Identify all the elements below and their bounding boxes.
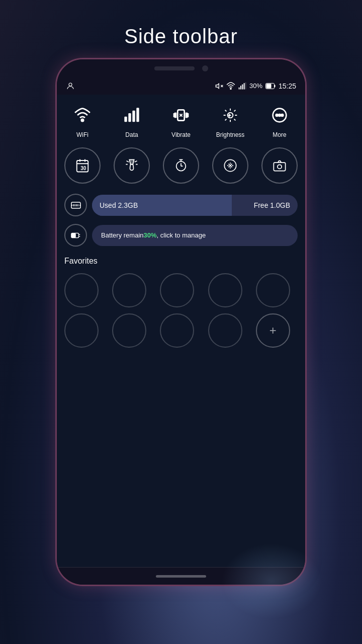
- battery-text-after: , click to manage: [157, 231, 206, 239]
- svg-point-39: [281, 114, 283, 116]
- more-toggle-icon: [266, 102, 293, 128]
- fav-item-3[interactable]: [160, 273, 194, 307]
- svg-line-32: [234, 119, 236, 121]
- quick-toggles: WiFi Data: [64, 102, 298, 138]
- page-title: Side toolbar: [124, 25, 237, 48]
- svg-point-60: [278, 165, 282, 169]
- svg-line-46: [135, 161, 137, 162]
- svg-line-31: [225, 110, 227, 112]
- wifi-label: WiFi: [76, 131, 88, 138]
- icon-row: 30: [64, 147, 298, 184]
- svg-rect-59: [274, 163, 285, 171]
- user-icon: [66, 82, 75, 91]
- battery-message: Battery remain 30%, click to manage: [92, 225, 298, 246]
- more-toggle[interactable]: More: [261, 102, 298, 138]
- vibrate-toggle[interactable]: Vibrate: [163, 102, 199, 138]
- flashlight-button[interactable]: [114, 147, 150, 184]
- memory-icon: [64, 194, 87, 216]
- battery-row[interactable]: Battery remain 30%, click to manage: [64, 224, 298, 247]
- memory-row[interactable]: Used 2.3GB Free 1.0GB: [64, 194, 298, 216]
- brightness-toggle-icon: ✦: [217, 102, 243, 128]
- svg-rect-16: [136, 108, 139, 122]
- svg-rect-10: [274, 85, 275, 87]
- camera-button[interactable]: [261, 147, 298, 184]
- home-indicator: [156, 575, 206, 578]
- svg-rect-8: [245, 82, 246, 89]
- svg-rect-6: [242, 84, 243, 89]
- signal-icon: [238, 82, 246, 90]
- svg-point-0: [69, 83, 72, 86]
- status-left: [66, 82, 75, 91]
- fav-item-2[interactable]: [112, 273, 146, 307]
- status-bar: 30% 15:25: [57, 77, 305, 95]
- battery-percent-display: 30%: [144, 231, 157, 239]
- wifi-toggle-icon: [69, 102, 96, 128]
- memory-used: Used 2.3GB: [92, 195, 232, 216]
- data-label: Data: [125, 131, 138, 138]
- phone-speaker: [154, 66, 195, 70]
- brightness-label: Brightness: [216, 131, 245, 138]
- phone-frame: 30% 15:25: [55, 58, 307, 586]
- svg-point-12: [81, 119, 83, 121]
- svg-line-34: [225, 119, 227, 121]
- battery-text-before: Battery remain: [101, 231, 144, 239]
- phone-screen: WiFi Data: [57, 95, 305, 567]
- more-label: More: [273, 131, 286, 138]
- fav-add-button[interactable]: +: [256, 313, 290, 348]
- svg-rect-15: [132, 111, 135, 122]
- svg-line-45: [127, 161, 129, 162]
- fav-item-1[interactable]: [64, 273, 99, 307]
- vibrate-toggle-icon: [168, 102, 194, 128]
- fav-item-7[interactable]: [112, 313, 146, 348]
- svg-rect-61: [71, 202, 80, 208]
- svg-rect-14: [128, 113, 131, 122]
- favorites-grid: +: [64, 273, 298, 348]
- calculator-button[interactable]: [212, 147, 248, 184]
- svg-text:30: 30: [80, 166, 86, 171]
- battery-status-icon: [265, 83, 276, 89]
- data-toggle[interactable]: Data: [114, 102, 150, 138]
- fav-item-4[interactable]: [208, 273, 242, 307]
- svg-line-33: [234, 110, 236, 112]
- fav-item-9[interactable]: [208, 313, 242, 348]
- favorites-label: Favorites: [64, 257, 298, 266]
- mute-icon: [215, 82, 223, 90]
- svg-text:✦: ✦: [227, 112, 232, 119]
- svg-point-37: [276, 114, 278, 116]
- svg-rect-71: [71, 233, 75, 237]
- memory-free: Free 1.0GB: [232, 201, 298, 209]
- timer-button[interactable]: [163, 147, 199, 184]
- phone-top: [57, 59, 305, 77]
- svg-rect-13: [124, 117, 127, 122]
- wifi-status-icon: [226, 82, 235, 91]
- vibrate-label: Vibrate: [171, 131, 191, 138]
- battery-percent-status: 30%: [249, 82, 262, 90]
- fav-item-5[interactable]: [256, 273, 290, 307]
- status-right: 30% 15:25: [215, 82, 296, 91]
- memory-bar: Used 2.3GB Free 1.0GB: [92, 195, 298, 216]
- phone-camera: [202, 65, 208, 71]
- svg-rect-11: [266, 84, 271, 88]
- svg-point-38: [279, 114, 281, 116]
- battery-icon: [64, 224, 87, 247]
- svg-rect-4: [239, 87, 240, 89]
- fav-item-8[interactable]: [160, 313, 194, 348]
- wifi-toggle[interactable]: WiFi: [64, 102, 101, 138]
- brightness-toggle[interactable]: ✦ Brightness: [212, 102, 248, 138]
- favorites-section: Favorites +: [64, 257, 298, 348]
- svg-rect-7: [244, 83, 245, 90]
- fav-item-6[interactable]: [64, 313, 99, 348]
- data-toggle-icon: [119, 102, 145, 128]
- time-display: 15:25: [279, 82, 296, 90]
- svg-rect-5: [240, 86, 241, 89]
- svg-point-3: [230, 88, 231, 89]
- calendar-button[interactable]: 30: [64, 147, 101, 184]
- phone-bottom: [57, 567, 305, 585]
